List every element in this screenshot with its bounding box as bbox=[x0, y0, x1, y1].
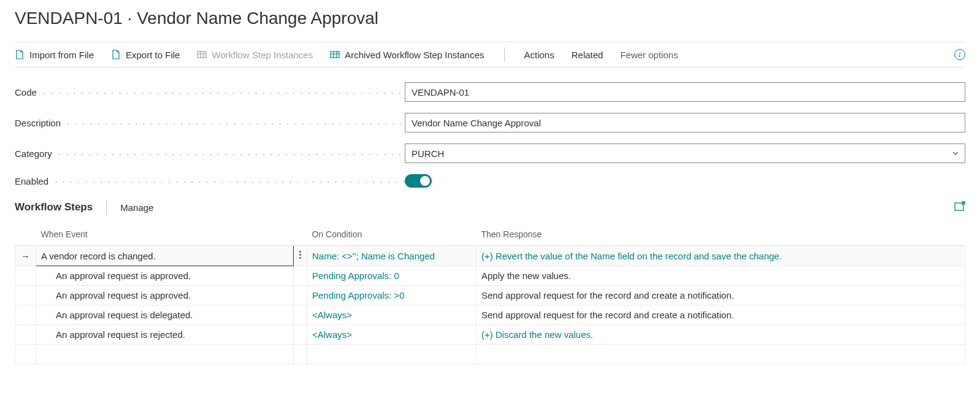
event-cell[interactable]: An approval request is approved. bbox=[36, 266, 294, 286]
code-input[interactable] bbox=[405, 82, 965, 102]
condition-cell[interactable]: Name: <>''; Name is Changed bbox=[307, 246, 477, 266]
workflow-steps-grid: When Event On Condition Then Response →A… bbox=[15, 223, 965, 364]
event-cell[interactable]: An approval request is approved. bbox=[36, 286, 294, 305]
empty-cell[interactable] bbox=[307, 345, 477, 364]
col-spacer2 bbox=[294, 223, 307, 246]
wsi-label: Workflow Step Instances bbox=[212, 50, 313, 60]
category-select[interactable] bbox=[405, 144, 965, 163]
table-row[interactable]: An approval request is approved.Pending … bbox=[15, 266, 965, 286]
empty-cell[interactable] bbox=[15, 345, 36, 364]
fewer-label: Fewer options bbox=[620, 50, 678, 60]
kebab-icon bbox=[299, 250, 301, 260]
svg-rect-0 bbox=[197, 52, 206, 58]
response-cell[interactable]: Send approval request for the record and… bbox=[477, 305, 965, 325]
row-menu-button[interactable] bbox=[294, 246, 307, 266]
row-menu-button[interactable] bbox=[294, 325, 307, 345]
export-label: Export to File bbox=[126, 50, 180, 60]
empty-cell[interactable] bbox=[294, 345, 307, 364]
table-row[interactable]: An approval request is delegated.<Always… bbox=[15, 305, 965, 325]
response-cell[interactable]: (+) Discard the new values. bbox=[477, 325, 965, 345]
enabled-toggle[interactable] bbox=[405, 174, 432, 188]
row-menu-button[interactable] bbox=[294, 305, 307, 325]
action-toolbar: Import from File Export to File Workflow… bbox=[15, 42, 965, 67]
table-icon bbox=[197, 50, 207, 59]
table-row[interactable]: →A vendor record is changed.Name: <>''; … bbox=[15, 246, 965, 266]
empty-cell[interactable] bbox=[477, 345, 965, 364]
event-cell[interactable]: An approval request is delegated. bbox=[36, 305, 294, 325]
row-menu-button[interactable] bbox=[294, 266, 307, 286]
condition-cell[interactable]: Pending Approvals: 0 bbox=[307, 266, 477, 286]
table-row-empty[interactable] bbox=[15, 345, 965, 364]
actions-menu[interactable]: Actions bbox=[524, 50, 554, 60]
expand-icon[interactable] bbox=[954, 201, 965, 212]
fewer-options-button[interactable]: Fewer options bbox=[620, 50, 678, 60]
row-selector[interactable] bbox=[15, 305, 36, 325]
import-from-file-button[interactable]: Import from File bbox=[15, 50, 94, 60]
response-cell[interactable]: (+) Revert the value of the Name field o… bbox=[477, 246, 965, 266]
import-label: Import from File bbox=[29, 50, 94, 60]
condition-cell[interactable]: Pending Approvals: >0 bbox=[307, 286, 477, 305]
description-input[interactable] bbox=[405, 113, 965, 132]
event-cell[interactable]: A vendor record is changed. bbox=[36, 246, 294, 266]
category-label: Category bbox=[15, 148, 405, 159]
related-menu[interactable]: Related bbox=[572, 50, 603, 60]
col-event[interactable]: When Event bbox=[36, 223, 294, 246]
workflow-step-instances-button[interactable]: Workflow Step Instances bbox=[197, 50, 313, 60]
awsi-label: Archived Workflow Step Instances bbox=[345, 50, 484, 60]
manage-button[interactable]: Manage bbox=[120, 202, 153, 213]
row-selector[interactable] bbox=[15, 325, 36, 345]
table-row[interactable]: An approval request is approved.Pending … bbox=[15, 286, 965, 305]
table-icon bbox=[330, 50, 340, 59]
file-export-icon bbox=[111, 50, 121, 59]
workflow-steps-title: Workflow Steps bbox=[15, 201, 93, 213]
enabled-label: Enabled bbox=[15, 176, 405, 186]
description-label: Description bbox=[15, 118, 405, 128]
empty-cell[interactable] bbox=[36, 345, 294, 364]
row-selector[interactable]: → bbox=[15, 246, 36, 266]
actions-label: Actions bbox=[524, 50, 554, 60]
export-to-file-button[interactable]: Export to File bbox=[111, 50, 180, 60]
response-cell[interactable]: Apply the new values. bbox=[477, 266, 965, 286]
col-response[interactable]: Then Response bbox=[477, 223, 965, 246]
col-spacer bbox=[15, 223, 36, 246]
row-selector[interactable] bbox=[15, 286, 36, 305]
page-title: VENDAPN-01 · Vendor Name Change Approval bbox=[15, 9, 965, 28]
info-icon[interactable]: i bbox=[954, 49, 965, 60]
row-menu-button[interactable] bbox=[294, 286, 307, 305]
svg-rect-1 bbox=[331, 52, 339, 58]
condition-cell[interactable]: <Always> bbox=[307, 325, 477, 345]
toolbar-divider bbox=[504, 47, 505, 62]
related-label: Related bbox=[572, 50, 603, 60]
event-cell[interactable]: An approval request is rejected. bbox=[36, 325, 294, 345]
col-condition[interactable]: On Condition bbox=[307, 223, 477, 246]
file-import-icon bbox=[15, 50, 25, 59]
condition-cell[interactable]: <Always> bbox=[307, 305, 477, 325]
section-divider bbox=[106, 200, 107, 215]
code-label: Code bbox=[15, 87, 405, 98]
archived-workflow-step-instances-button[interactable]: Archived Workflow Step Instances bbox=[330, 50, 484, 60]
row-selector[interactable] bbox=[15, 266, 36, 286]
table-row[interactable]: An approval request is rejected.<Always>… bbox=[15, 325, 965, 345]
response-cell[interactable]: Send approval request for the record and… bbox=[477, 286, 965, 305]
